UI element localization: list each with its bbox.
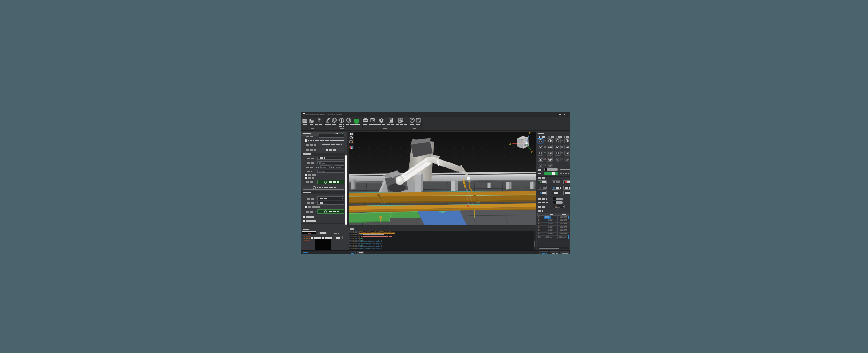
svg-text:X: X [509,143,511,145]
svg-text:VIEW: VIEW [522,137,525,139]
svg-text:?: ? [411,119,413,122]
